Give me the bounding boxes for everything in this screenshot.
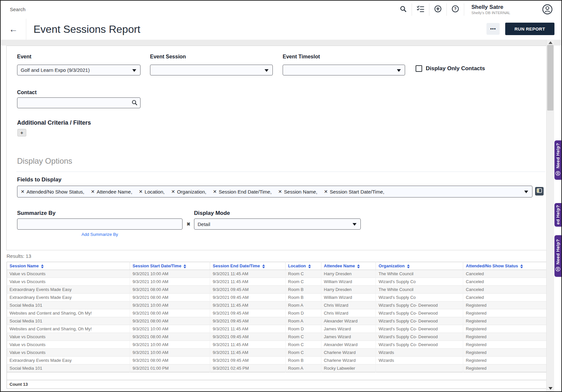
table-row[interactable]: Social Media 1019/3/2021 10:00 AM9/3/202… [7, 301, 549, 309]
need-help-tab-1[interactable]: Need Help? [554, 140, 561, 180]
table-cell: 9/3/2021 09:45 AM [210, 333, 285, 341]
field-chip[interactable]: ✕Organization, [171, 189, 206, 195]
table-cell: Websites and Content and Sharing, Oh My! [7, 325, 130, 333]
contact-label: Contact [17, 90, 37, 95]
table-row[interactable]: Extraordinary Events Made Easy9/3/2021 0… [7, 294, 549, 301]
table-cell: Room A [285, 364, 321, 372]
table-row[interactable]: Social Media 1019/3/2021 08:00 AM9/3/202… [7, 317, 549, 325]
table-row[interactable]: Value vs Discounts9/3/2021 10:00 AM9/3/2… [7, 278, 549, 286]
table-cell: 9/3/2021 01:00 PM [130, 364, 210, 372]
field-chip[interactable]: ✕Location, [139, 189, 165, 195]
need-help-tab-3[interactable]: Need Help? [554, 235, 561, 277]
table-row[interactable]: Extraordinary Events Made Easy9/3/2021 0… [7, 286, 549, 294]
table-row[interactable]: Social Media 1019/3/2021 01:00 PM9/3/202… [7, 364, 549, 372]
table-cell: Room A [285, 301, 321, 309]
add-summarize-by-link[interactable]: Add Summarize By [17, 232, 183, 237]
table-row[interactable]: Websites and Content and Sharing, Oh My!… [7, 325, 549, 333]
column-header[interactable]: Attended/No Show Status [463, 262, 549, 270]
scrollbar-thumb[interactable] [547, 45, 553, 111]
column-header-label: Session End Date/Time [213, 263, 260, 268]
count-row: Count 13 [7, 380, 549, 389]
summarize-by-input[interactable] [17, 218, 183, 230]
add-new-button[interactable] [429, 1, 446, 18]
sort-icon[interactable] [184, 264, 186, 268]
display-only-contacts-checkbox[interactable] [416, 65, 422, 72]
more-options-button[interactable]: ••• [486, 23, 500, 35]
global-search-input[interactable]: Search [10, 7, 26, 12]
need-help-tab-2[interactable]: ed Help? [554, 203, 561, 227]
table-row[interactable]: Value vs Discounts9/3/2021 08:00 AM9/3/2… [7, 333, 549, 341]
run-report-button[interactable]: RUN REPORT [505, 23, 554, 35]
sort-icon[interactable] [41, 264, 44, 268]
event-select[interactable]: Golf and Learn Expo (9/3/2021) [17, 65, 140, 75]
table-cell: Registered [463, 357, 549, 364]
display-mode-value: Detail [198, 221, 210, 227]
sort-icon[interactable] [407, 264, 410, 268]
checklist-button[interactable] [412, 1, 429, 18]
table-row[interactable]: Value vs Discounts9/3/2021 10:00 AM9/3/2… [7, 349, 549, 357]
topbar-actions: ? Shelly Satre Shelly's DB INTERNAL [395, 1, 522, 18]
scroll-up-icon[interactable] [549, 41, 552, 44]
column-header-label: Session Name [10, 263, 39, 268]
table-cell: Canceled [463, 270, 549, 278]
user-database-name: Shelly's DB INTERNAL [471, 10, 521, 15]
search-button[interactable] [395, 1, 412, 18]
table-cell: 9/3/2021 11:45 AM [210, 325, 285, 333]
remove-field-icon[interactable]: ✕ [91, 189, 95, 194]
sort-icon[interactable] [308, 264, 311, 268]
sort-icon[interactable] [262, 264, 265, 268]
table-row[interactable]: Extraordinary Events Made Easy9/3/2021 0… [7, 357, 549, 364]
back-button[interactable]: ← [1, 19, 26, 40]
table-cell: 9/3/2021 09:45 AM [210, 294, 285, 301]
table-cell: Wizard's Supply Co- Deerwood [376, 317, 463, 325]
column-header[interactable]: Session Start Date/Time [130, 262, 210, 270]
field-chip[interactable]: ✕Attended/No Show Status, [21, 189, 84, 195]
contact-search-input[interactable] [17, 97, 140, 108]
table-row[interactable]: Websites and Content and Sharing, Oh My!… [7, 309, 549, 317]
content-divider-band [1, 40, 561, 46]
remove-field-icon[interactable]: ✕ [213, 189, 217, 194]
table-cell: Wizards [376, 349, 463, 357]
vertical-scrollbar[interactable] [546, 40, 554, 391]
add-filter-button[interactable]: + [17, 129, 26, 136]
table-cell: Social Media 101 [7, 364, 130, 372]
remove-field-icon[interactable]: ✕ [21, 189, 25, 194]
table-row[interactable]: Value vs Discounts9/3/2021 10:00 AM9/3/2… [7, 270, 549, 278]
table-cell: Wizards [376, 357, 463, 364]
field-chip[interactable]: ✕Attendee Name, [91, 189, 132, 195]
table-cell: 9/3/2021 10:00 AM [130, 270, 210, 278]
column-layout-button[interactable] [535, 187, 544, 196]
fields-to-display-input[interactable]: ✕Attended/No Show Status,✕Attendee Name,… [17, 186, 532, 197]
remove-field-icon[interactable]: ✕ [324, 189, 328, 194]
section-divider [16, 172, 545, 172]
chevron-down-icon [397, 69, 401, 72]
event-timeslot-select[interactable] [283, 65, 405, 75]
table-row[interactable]: Value vs Discounts9/3/2021 10:00 AM9/3/2… [7, 341, 549, 349]
user-menu[interactable]: Shelly Satre Shelly's DB INTERNAL [464, 1, 522, 18]
table-cell: Room B [285, 294, 321, 301]
clear-summarize-button[interactable]: ✖ [185, 220, 192, 228]
help-button[interactable]: ? [447, 1, 464, 18]
table-cell: 9/3/2021 11:45 AM [210, 301, 285, 309]
field-chip[interactable]: ✕Session Name, [278, 189, 317, 195]
avatar-button[interactable] [542, 4, 553, 15]
column-header[interactable]: Session End Date/Time [210, 262, 285, 270]
field-chip-label: Session End Date/Time, [219, 189, 271, 195]
remove-field-icon[interactable]: ✕ [139, 189, 143, 194]
results-table: Session NameSession Start Date/TimeSessi… [7, 262, 549, 389]
table-cell: Registered [463, 325, 549, 333]
display-mode-select[interactable]: Detail [194, 218, 361, 230]
scroll-down-icon[interactable] [549, 387, 552, 390]
field-chip[interactable]: ✕Session Start Date/Time, [324, 189, 384, 195]
field-chip[interactable]: ✕Session End Date/Time, [213, 189, 271, 195]
column-header[interactable]: Organization [376, 262, 463, 270]
column-header-label: Attended/No Show Status [466, 263, 518, 268]
remove-field-icon[interactable]: ✕ [278, 189, 282, 194]
column-header[interactable]: Location [285, 262, 321, 270]
remove-field-icon[interactable]: ✕ [171, 189, 175, 194]
sort-icon[interactable] [357, 264, 360, 268]
column-header[interactable]: Session Name [7, 262, 130, 270]
sort-icon[interactable] [520, 264, 523, 268]
event-session-select[interactable] [150, 65, 273, 75]
column-header[interactable]: Attendee Name [321, 262, 376, 270]
